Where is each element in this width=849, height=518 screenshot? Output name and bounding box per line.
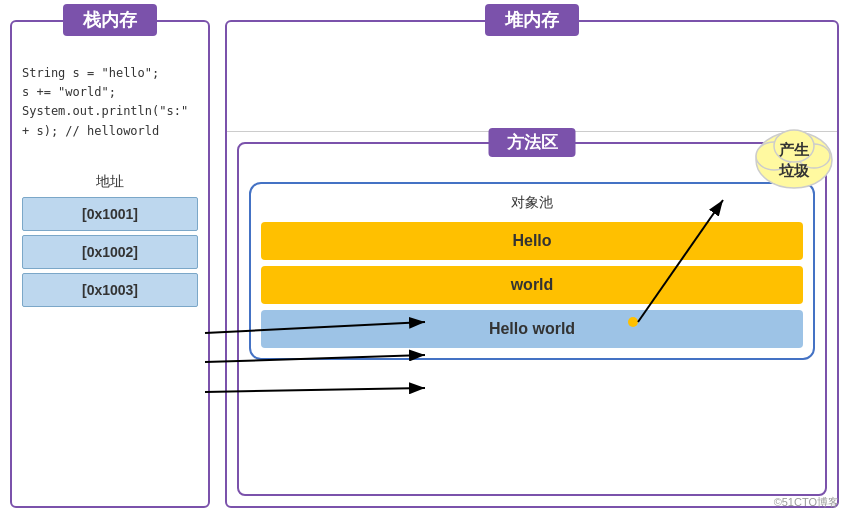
watermark: ©51CTO博客 [774,495,839,510]
address-label: 地址 [22,173,198,191]
stack-panel: 栈内存 String s = "hello"; s += "world"; Sy… [10,20,210,508]
heap-panel: 堆内存 方法区 对象池 Hello world Hello world [225,20,839,508]
address-box-2: [0x1002] [22,235,198,269]
object-pool: 对象池 Hello world Hello world [249,182,815,360]
pool-label: 对象池 [261,194,803,212]
code-line-1: String s = "hello"; [22,64,198,83]
pool-item-hello: Hello [261,222,803,260]
code-line-2: s += "world"; [22,83,198,102]
heap-title: 堆内存 [485,4,579,36]
code-line-3: System.out.println("s:" + s); // hellowo… [22,102,198,140]
method-area-title: 方法区 [489,128,576,157]
pool-item-helloworld: Hello world [261,310,803,348]
heap-top [227,52,837,132]
main-container: 栈内存 String s = "hello"; s += "world"; Sy… [0,0,849,518]
garbage-text: 产生垃圾 [779,139,809,181]
pool-item-world: world [261,266,803,304]
address-box-3: [0x1003] [22,273,198,307]
stack-title: 栈内存 [63,4,157,36]
address-box-1: [0x1001] [22,197,198,231]
garbage-cloud: 产生垃圾 [749,120,839,200]
method-area: 方法区 对象池 Hello world Hello world [237,142,827,496]
stack-address-section: 地址 [0x1001] [0x1002] [0x1003] [12,163,208,321]
stack-code: String s = "hello"; s += "world"; System… [12,52,208,153]
